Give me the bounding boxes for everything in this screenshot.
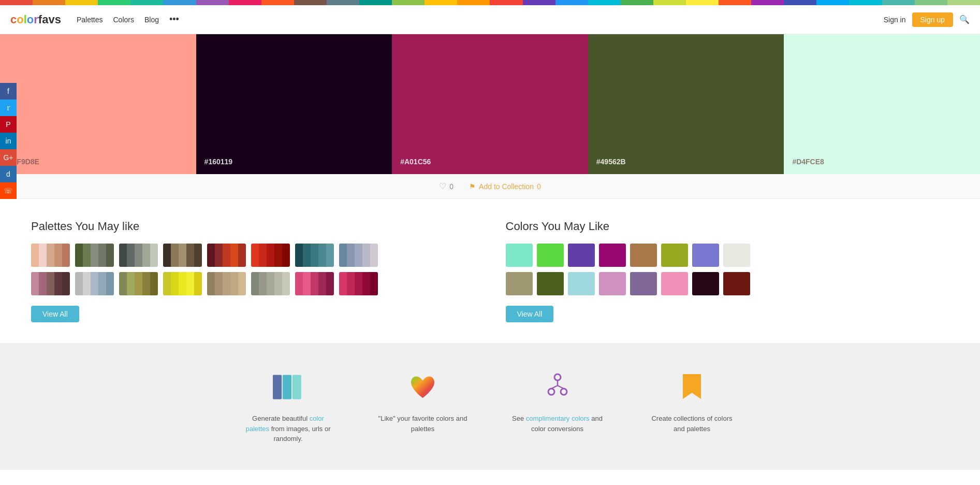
twitter-button[interactable]: 𝕣 [0, 99, 17, 116]
sign-up-button[interactable]: Sign up [912, 12, 953, 27]
color-grid [506, 244, 949, 295]
palette-grid [31, 244, 475, 295]
main-nav: Palettes Colors Blog ••• [77, 14, 884, 25]
palettes-title: Palettes You May like [31, 220, 475, 233]
palette-thumb[interactable] [75, 272, 114, 295]
color-chip[interactable] [692, 272, 719, 295]
palette-thumb[interactable] [31, 244, 70, 267]
color-swatch-3[interactable]: #49562B [588, 34, 784, 174]
add-to-collection-button[interactable]: ⚑ Add to Collection 0 [469, 182, 541, 191]
palette-row-1 [31, 272, 475, 295]
palette-thumb[interactable] [163, 272, 202, 295]
color-chip[interactable] [537, 244, 564, 267]
googleplus-button[interactable]: G+ [0, 149, 17, 166]
colors-view-all-button[interactable]: View All [506, 306, 554, 322]
nav-more[interactable]: ••• [169, 14, 179, 25]
svg-line-8 [558, 386, 564, 389]
color-chip[interactable] [661, 244, 688, 267]
color-chip[interactable] [599, 244, 626, 267]
pinterest-button[interactable]: P [0, 116, 17, 133]
color-chip[interactable] [630, 272, 657, 295]
color-row-1 [506, 272, 949, 295]
main-content: Palettes You May like View All Colors Yo… [0, 199, 980, 343]
svg-point-5 [561, 389, 567, 395]
bookmark-icon: ⚑ [469, 182, 476, 191]
color-swatch-1[interactable]: #160119 [196, 34, 392, 174]
color-chip[interactable] [568, 244, 595, 267]
color-chip[interactable] [599, 272, 626, 295]
color-swatch-4[interactable]: #D4FCE8 [784, 34, 980, 174]
color-chip[interactable] [506, 244, 533, 267]
color-chip[interactable] [537, 272, 564, 295]
color-swatch-2[interactable]: #A01C56 [392, 34, 588, 174]
palette-thumb[interactable] [119, 244, 158, 267]
color-chip[interactable] [692, 244, 719, 267]
search-icon[interactable]: 🔍 [959, 15, 970, 24]
action-bar: ♡ 0 ⚑ Add to Collection 0 [0, 174, 980, 199]
sign-in-link[interactable]: Sign in [884, 16, 906, 24]
svg-point-4 [548, 389, 554, 395]
complimentary-colors-link[interactable]: complimentary colors [526, 415, 590, 422]
svg-marker-9 [683, 374, 701, 399]
svg-rect-0 [273, 375, 282, 399]
feature-collections-text: Create collections of colors and palette… [646, 413, 739, 434]
feature-complimentary: See complimentary colors and color conve… [511, 369, 604, 444]
color-chip[interactable] [723, 244, 750, 267]
heart-icon: ♡ [439, 181, 446, 191]
color-chip[interactable] [661, 272, 688, 295]
palette-thumb[interactable] [339, 272, 378, 295]
palette-thumb[interactable] [31, 272, 70, 295]
hex-label-2: #A01C56 [400, 158, 431, 166]
branch-icon [539, 369, 576, 405]
features-section: Generate beautiful color palettes from i… [0, 343, 980, 470]
nav-palettes[interactable]: Palettes [77, 16, 103, 24]
palette-thumb[interactable] [207, 272, 246, 295]
color-palettes-link[interactable]: color palettes [245, 415, 324, 433]
collection-count: 0 [537, 182, 541, 191]
reddit-button[interactable]: ☏ [0, 182, 17, 199]
palette-display: #FF9D8E#160119#A01C56#49562B#D4FCE8 [0, 34, 980, 174]
feature-generate: Generate beautiful color palettes from i… [242, 369, 335, 444]
like-button[interactable]: ♡ 0 [439, 181, 454, 191]
hex-label-3: #49562B [596, 158, 626, 166]
nav-blog[interactable]: Blog [144, 16, 159, 24]
social-sidebar: f 𝕣 P in G+ d ☏ [0, 83, 17, 199]
palette-thumb[interactable] [75, 244, 114, 267]
color-chip[interactable] [506, 272, 533, 295]
palette-thumb[interactable] [339, 244, 378, 267]
palette-thumb[interactable] [207, 244, 246, 267]
palettes-section: Palettes You May like View All [31, 220, 475, 322]
like-icon [405, 369, 441, 405]
svg-rect-2 [292, 375, 301, 399]
collection-icon [674, 369, 710, 405]
linkedin-button[interactable]: in [0, 133, 17, 149]
color-chip[interactable] [723, 272, 750, 295]
collection-label: Add to Collection [479, 182, 534, 191]
svg-line-7 [551, 386, 558, 389]
color-chip[interactable] [568, 272, 595, 295]
color-chip[interactable] [630, 244, 657, 267]
digg-button[interactable]: d [0, 166, 17, 182]
nav-colors[interactable]: Colors [113, 16, 134, 24]
feature-like: "Like" your favorite colors and palettes [376, 369, 470, 444]
colors-section: Colors You May Like View All [506, 220, 949, 322]
like-count: 0 [449, 182, 454, 191]
palette-thumb[interactable] [119, 272, 158, 295]
palette-row-0 [31, 244, 475, 267]
palette-thumb[interactable] [295, 244, 334, 267]
feature-like-text: "Like" your favorite colors and palettes [376, 413, 470, 434]
colors-title: Colors You May Like [506, 220, 949, 233]
palette-thumb[interactable] [163, 244, 202, 267]
hex-label-4: #D4FCE8 [792, 158, 824, 166]
logo[interactable]: colorfavs [10, 13, 61, 26]
palette-thumb[interactable] [295, 272, 334, 295]
header: colorfavs Palettes Colors Blog ••• Sign … [0, 5, 980, 34]
color-swatch-0[interactable]: #FF9D8E [0, 34, 196, 174]
rainbow-bar [0, 0, 980, 5]
palette-thumb[interactable] [251, 272, 290, 295]
facebook-button[interactable]: f [0, 83, 17, 99]
palettes-view-all-button[interactable]: View All [31, 306, 79, 322]
svg-point-3 [554, 374, 561, 380]
palette-gen-icon [270, 369, 306, 405]
palette-thumb[interactable] [251, 244, 290, 267]
